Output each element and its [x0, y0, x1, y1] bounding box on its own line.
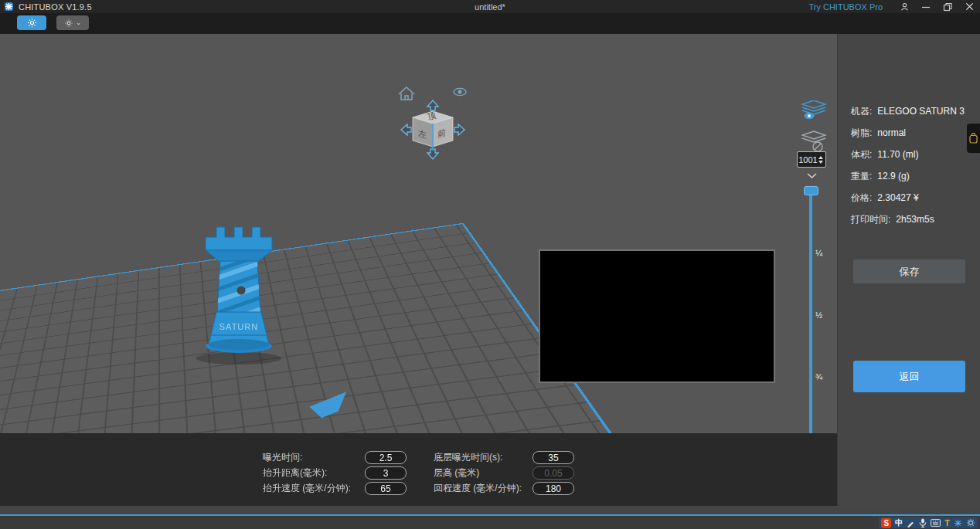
ime-language-toggle[interactable]: 中 — [895, 517, 903, 528]
slider-mark-half: ½ — [815, 310, 822, 320]
close-icon[interactable] — [958, 0, 980, 13]
model-shadow — [196, 352, 281, 365]
home-icon[interactable] — [399, 87, 414, 100]
chevron-down-icon[interactable] — [807, 173, 817, 179]
info-row-price: 价格:2.30427 ¥ — [851, 192, 965, 205]
ime-skin-icon[interactable]: T — [944, 518, 950, 527]
param-label: 抬升速度 (毫米/分钟): — [263, 482, 365, 495]
save-button[interactable]: 保存 — [853, 259, 965, 283]
lift-distance-input[interactable] — [365, 466, 407, 480]
param-row-layer-height: 层高 (毫米) — [434, 466, 574, 480]
layers-visible-icon[interactable] — [802, 100, 825, 119]
layers-hidden-icon[interactable] — [802, 131, 825, 151]
param-row-retract-speed: 回程速度 (毫米/分钟): — [434, 482, 574, 495]
layer-slider-track[interactable] — [809, 186, 812, 433]
layer-slider-handle-top[interactable] — [804, 186, 818, 195]
user-icon[interactable] — [893, 0, 915, 13]
print-settings-icon — [64, 19, 73, 28]
param-row-lift-distance: 抬升距离(毫米): — [263, 466, 407, 480]
lift-speed-input[interactable] — [365, 482, 407, 495]
param-row-exposure-time: 曝光时间: — [263, 451, 407, 464]
app-logo-icon — [5, 2, 13, 11]
chitubox-window: CHITUBOX V1.9.5 untitled* Try CHITUBOX P… — [0, 0, 980, 529]
slider-mark-threequarter: ¾ — [815, 372, 822, 381]
info-row-resin: 树脂:normal — [851, 127, 965, 140]
parameters-panel: 曝光时间: 抬升距离(毫米): 抬升速度 (毫米/分钟): 底层曝光时间(s):… — [0, 433, 837, 506]
param-label: 层高 (毫米) — [434, 466, 533, 480]
viewport-3d[interactable]: SATURN — [0, 34, 837, 433]
back-button[interactable]: 返回 — [853, 361, 965, 392]
model-spiral-hole — [237, 287, 246, 295]
arrow-left-icon[interactable] — [401, 124, 411, 135]
app-title: CHITUBOX V1.9.5 — [19, 2, 92, 12]
info-row-weight: 重量:12.9 (g) — [851, 170, 965, 183]
print-settings-button[interactable]: ⌄ — [56, 15, 89, 30]
print-info-panel: 机器:ELEGOO SATURN 3 树脂:normal 体积:11.70 (m… — [837, 34, 980, 514]
arrow-right-icon[interactable] — [454, 124, 464, 135]
maximize-icon[interactable] — [937, 0, 958, 13]
gear-icon[interactable] — [966, 518, 975, 527]
bag-icon — [969, 133, 978, 144]
try-pro-link[interactable]: Try CHITUBOX Pro — [808, 2, 883, 12]
param-label: 底层曝光时间(s): — [434, 451, 533, 464]
tools-icon[interactable] — [954, 519, 962, 527]
slice-settings-button[interactable] — [17, 15, 46, 30]
info-row-volume: 体积:11.70 (ml) — [851, 148, 965, 161]
param-label: 曝光时间: — [263, 451, 365, 464]
slider-mark-quarter: ¼ — [815, 249, 822, 258]
layer-number-input[interactable] — [798, 155, 818, 164]
param-label: 抬升距离(毫米): — [263, 466, 365, 480]
model-rook[interactable]: SATURN — [193, 213, 284, 368]
sogou-icon[interactable]: S — [881, 518, 891, 528]
minimize-icon[interactable] — [915, 0, 937, 13]
side-tab[interactable] — [967, 124, 980, 153]
arrow-up-icon[interactable] — [427, 100, 438, 110]
retract-speed-input[interactable] — [533, 482, 574, 495]
param-label: 回程速度 (毫米/分钟): — [434, 482, 533, 495]
layer-height-input — [533, 466, 574, 480]
info-row-machine: 机器:ELEGOO SATURN 3 — [851, 105, 965, 118]
mic-icon[interactable] — [919, 518, 927, 527]
status-strip — [0, 506, 980, 514]
param-row-lift-speed: 抬升速度 (毫米/分钟): — [263, 482, 407, 495]
windows-taskbar: S 中 T — [0, 514, 980, 529]
info-rows: 机器:ELEGOO SATURN 3 树脂:normal 体积:11.70 (m… — [851, 105, 965, 226]
toolbar: ⌄ — [0, 13, 980, 34]
info-row-print-time: 打印时间:2h53m5s — [851, 213, 965, 226]
param-row-bottom-exposure: 底层曝光时间(s): — [434, 451, 574, 464]
pen-icon[interactable] — [907, 519, 915, 527]
ime-toolbar: S 中 T — [879, 517, 978, 528]
chevron-down-icon: ⌄ — [76, 19, 82, 26]
exposure-time-input[interactable] — [365, 451, 407, 464]
eye-icon[interactable] — [454, 88, 466, 95]
layer-preview — [539, 249, 775, 383]
bottom-exposure-input[interactable] — [533, 451, 574, 464]
spinner-arrows[interactable] — [818, 156, 823, 164]
model-base-text: SATURN — [219, 322, 258, 331]
layer-spinner[interactable] — [797, 151, 826, 168]
slice-settings-icon — [27, 18, 37, 28]
title-bar: CHITUBOX V1.9.5 untitled* Try CHITUBOX P… — [0, 0, 980, 13]
keyboard-icon[interactable] — [931, 519, 941, 527]
nav-cube[interactable]: 顶 左 前 — [389, 77, 477, 162]
